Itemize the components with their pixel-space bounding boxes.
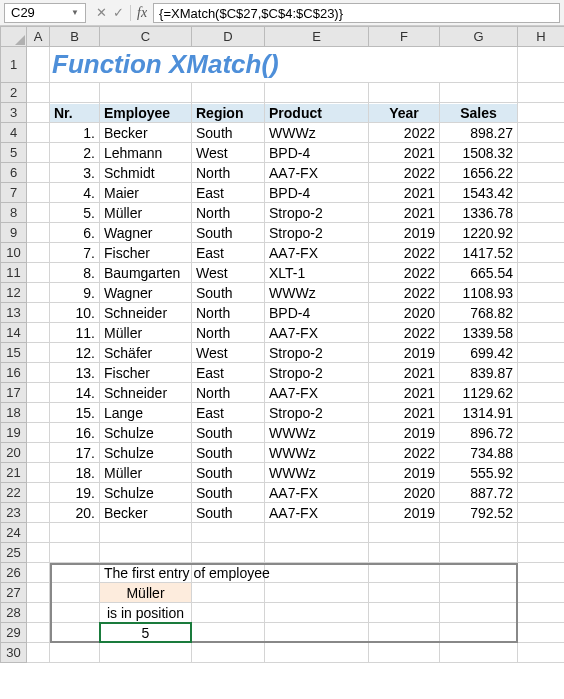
row-header[interactable]: 18 <box>1 403 27 423</box>
cell-reg: East <box>192 364 264 382</box>
col-header-C[interactable]: C <box>100 27 192 47</box>
cell-yr: 2020 <box>369 484 439 502</box>
summary-line1: The first entry of employee <box>100 564 191 582</box>
row-header[interactable]: 23 <box>1 503 27 523</box>
row-header[interactable]: 28 <box>1 603 27 623</box>
name-box-value: C29 <box>11 5 35 20</box>
row-header[interactable]: 13 <box>1 303 27 323</box>
cell-nr: 15. <box>50 404 99 422</box>
cell-reg: North <box>192 384 264 402</box>
cell-emp: Wagner <box>100 224 191 242</box>
hdr-nr: Nr. <box>50 104 99 122</box>
row-header[interactable]: 7 <box>1 183 27 203</box>
cell-nr: 16. <box>50 424 99 442</box>
row-header[interactable]: 21 <box>1 463 27 483</box>
col-header-A[interactable]: A <box>27 27 50 47</box>
col-header-E[interactable]: E <box>265 27 369 47</box>
row-header[interactable]: 17 <box>1 383 27 403</box>
cell-yr: 2019 <box>369 504 439 522</box>
row-header[interactable]: 10 <box>1 243 27 263</box>
cell-sales: 1508.32 <box>440 144 517 162</box>
fx-label[interactable]: fx <box>130 5 153 21</box>
cell-reg: North <box>192 324 264 342</box>
row-header[interactable]: 15 <box>1 343 27 363</box>
cell-nr: 10. <box>50 304 99 322</box>
cell-sales: 555.92 <box>440 464 517 482</box>
cell-yr: 2022 <box>369 124 439 142</box>
cell-prod: BPD-4 <box>265 184 368 202</box>
cell-yr: 2019 <box>369 344 439 362</box>
cell-emp: Fischer <box>100 364 191 382</box>
cell-yr: 2021 <box>369 204 439 222</box>
cell-nr: 2. <box>50 144 99 162</box>
row-header[interactable]: 27 <box>1 583 27 603</box>
col-header-B[interactable]: B <box>50 27 100 47</box>
select-all-corner[interactable] <box>1 27 27 47</box>
cell-sales: 699.42 <box>440 344 517 362</box>
cell-reg: East <box>192 184 264 202</box>
chevron-down-icon[interactable]: ▼ <box>71 8 79 17</box>
cell-nr: 19. <box>50 484 99 502</box>
cell-prod: WWWz <box>265 124 368 142</box>
cell-prod: XLT-1 <box>265 264 368 282</box>
cell-nr: 9. <box>50 284 99 302</box>
col-header-F[interactable]: F <box>369 27 440 47</box>
cell-sales: 896.72 <box>440 424 517 442</box>
summary-name: Müller <box>100 584 191 602</box>
cell-prod: AA7-FX <box>265 504 368 522</box>
row-header[interactable]: 29 <box>1 623 27 643</box>
cancel-icon[interactable]: ✕ <box>96 5 107 20</box>
row-header[interactable]: 16 <box>1 363 27 383</box>
spreadsheet-grid[interactable]: A B C D E F G H 1 Function XMatch() 2 3 … <box>0 26 564 663</box>
cell-yr: 2021 <box>369 184 439 202</box>
row-header[interactable]: 1 <box>1 47 27 83</box>
cell-emp: Schulze <box>100 484 191 502</box>
cell-nr: 7. <box>50 244 99 262</box>
row-header[interactable]: 26 <box>1 563 27 583</box>
cell-sales: 839.87 <box>440 364 517 382</box>
row-header[interactable]: 12 <box>1 283 27 303</box>
cell-emp: Lehmann <box>100 144 191 162</box>
formula-input[interactable]: {=XMatch($C$27,$C$4:$C$23)} <box>153 3 560 23</box>
row-header[interactable]: 9 <box>1 223 27 243</box>
hdr-yr: Year <box>369 104 439 122</box>
cell-emp: Müller <box>100 324 191 342</box>
cell-nr: 18. <box>50 464 99 482</box>
cell-prod: Stropo-2 <box>265 224 368 242</box>
cell-prod: WWWz <box>265 444 368 462</box>
cell-prod: AA7-FX <box>265 384 368 402</box>
row-header[interactable]: 22 <box>1 483 27 503</box>
cell-sales: 1336.78 <box>440 204 517 222</box>
cell-nr: 14. <box>50 384 99 402</box>
row-header[interactable]: 20 <box>1 443 27 463</box>
col-header-D[interactable]: D <box>192 27 265 47</box>
cell-prod: AA7-FX <box>265 244 368 262</box>
cell-sales: 1339.58 <box>440 324 517 342</box>
row-header[interactable]: 25 <box>1 543 27 563</box>
cell-sales: 1129.62 <box>440 384 517 402</box>
row-header[interactable]: 5 <box>1 143 27 163</box>
row-header[interactable]: 2 <box>1 83 27 103</box>
cell-nr: 8. <box>50 264 99 282</box>
cell-sales: 665.54 <box>440 264 517 282</box>
row-header[interactable]: 4 <box>1 123 27 143</box>
row-header[interactable]: 24 <box>1 523 27 543</box>
cell-reg: East <box>192 404 264 422</box>
row-header[interactable]: 19 <box>1 423 27 443</box>
col-header-H[interactable]: H <box>518 27 565 47</box>
row-header[interactable]: 30 <box>1 643 27 663</box>
cell-nr: 12. <box>50 344 99 362</box>
name-box[interactable]: C29 ▼ <box>4 3 86 23</box>
col-header-G[interactable]: G <box>440 27 518 47</box>
cell-yr: 2019 <box>369 224 439 242</box>
row-header[interactable]: 14 <box>1 323 27 343</box>
cell-reg: South <box>192 124 264 142</box>
row-header[interactable]: 6 <box>1 163 27 183</box>
enter-icon[interactable]: ✓ <box>113 5 124 20</box>
row-header[interactable]: 3 <box>1 103 27 123</box>
row-header[interactable]: 11 <box>1 263 27 283</box>
cell-prod: Stropo-2 <box>265 404 368 422</box>
cell-reg: South <box>192 444 264 462</box>
cell-sales: 1543.42 <box>440 184 517 202</box>
row-header[interactable]: 8 <box>1 203 27 223</box>
